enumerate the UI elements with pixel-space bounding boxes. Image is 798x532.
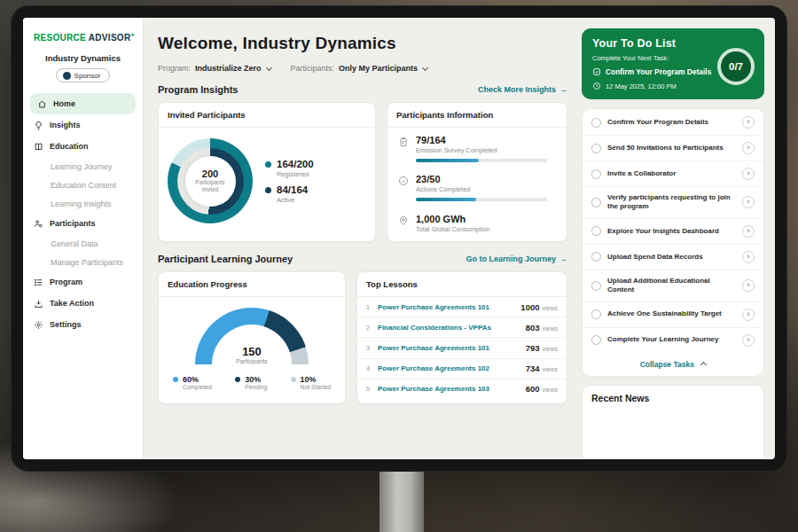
lesson-link[interactable]: Power Purchase Agreements 102 <box>378 364 526 372</box>
chevron-right-icon[interactable]: › <box>742 116 755 129</box>
todo-summary-card: Your To Do List Complete Your Next Task:… <box>582 28 764 99</box>
program-insights-header: Program Insights Check More Insights → <box>158 84 567 95</box>
task-checkbox[interactable] <box>591 118 601 128</box>
invited-donut-outer: 200 Participants Invited <box>168 138 253 223</box>
sidebar-item-label: Manage Participants <box>51 258 123 267</box>
sidebar-item-take-action[interactable]: Take Action <box>23 293 143 314</box>
top-lessons-card: Top Lessons 1 Power Purchase Agreements … <box>356 271 567 404</box>
chevron-right-icon[interactable]: › <box>742 251 755 263</box>
task-checkbox[interactable] <box>591 226 601 236</box>
task-checkbox[interactable] <box>591 309 601 319</box>
task-checkbox[interactable] <box>591 169 601 179</box>
sidebar-item-education-content[interactable]: Education Content <box>23 176 143 194</box>
task-row-complete-learning-journey[interactable]: Complete Your Learning Journey › <box>583 328 763 353</box>
participants-dropdown[interactable]: Participants: Only My Participants <box>291 64 428 73</box>
sidebar-item-participants[interactable]: Participants <box>23 213 143 234</box>
chevron-right-icon[interactable]: › <box>742 168 755 180</box>
legend-dot <box>265 161 271 168</box>
sidebar-item-learning-insights[interactable]: Learning Insights <box>23 194 143 213</box>
chevron-right-icon[interactable]: › <box>742 309 755 321</box>
program-dropdown[interactable]: Program: Industrialize Zero <box>158 64 271 73</box>
background-photo: RESOURCE ADVISOR+ Industry Dynamics Spon… <box>0 0 798 532</box>
sidebar-item-label: Learning Insights <box>51 200 112 208</box>
sidebar-item-education[interactable]: Education <box>23 136 143 157</box>
sidebar-item-home[interactable]: Home <box>30 93 136 114</box>
chevron-down-icon <box>422 64 428 70</box>
tasks-list: Confirm Your Program Details › Send 50 I… <box>582 108 764 377</box>
todo-title: Your To Do List <box>592 37 754 50</box>
org-name: Industry Dynamics <box>23 53 143 63</box>
task-row-upload-educational-content[interactable]: Upload Additional Educational Content › <box>583 270 763 302</box>
task-row-confirm-program[interactable]: Confirm Your Program Details › <box>583 110 763 136</box>
sidebar-item-program[interactable]: Program <box>23 271 143 293</box>
task-checkbox[interactable] <box>591 144 601 153</box>
legend-active: 84/164 Active <box>265 184 314 204</box>
education-legend: 60% Completed 30% Pending <box>159 364 345 390</box>
invited-participants-card: Invited Participants 200 Participants In… <box>158 102 376 242</box>
task-row-invite-collaborator[interactable]: Invite a Collaborator › <box>583 161 763 187</box>
lesson-link[interactable]: Financial Considerations - VPPAs <box>378 324 526 332</box>
book-icon <box>34 142 43 152</box>
sidebar-item-insights[interactable]: Insights <box>23 114 143 136</box>
progress-bar <box>416 159 547 162</box>
collapse-tasks-link[interactable]: Collapse Tasks <box>583 353 763 374</box>
legend-not-started: 10% Not Started <box>291 375 331 390</box>
section-title: Program Insights <box>158 84 238 95</box>
clipboard-icon <box>398 137 409 147</box>
invited-legend: 164/200 Registered 84/164 Active <box>265 153 314 210</box>
sidebar-item-label: General Data <box>51 239 98 248</box>
check-circle-icon <box>398 176 409 186</box>
sidebar-item-label: Settings <box>50 320 82 329</box>
chevron-right-icon[interactable]: › <box>742 279 755 292</box>
check-more-insights-link[interactable]: Check More Insights → <box>478 85 567 94</box>
lesson-row: 3 Power Purchase Agreements 101 793views <box>357 338 567 358</box>
sponsor-icon <box>63 72 71 80</box>
progress-bar <box>416 198 547 201</box>
lesson-link[interactable]: Power Purchase Agreements 101 <box>378 344 526 352</box>
chevron-right-icon[interactable]: › <box>742 142 755 154</box>
lesson-row: 2 Financial Considerations - VPPAs 803vi… <box>357 317 567 338</box>
lesson-link[interactable]: Power Purchase Agreements 101 <box>378 303 520 311</box>
arrow-right-icon: → <box>559 254 567 263</box>
card-title: Education Progress <box>159 272 345 297</box>
task-checkbox[interactable] <box>591 281 601 291</box>
task-row-verify-participants[interactable]: Verify participants requesting to join t… <box>583 187 763 219</box>
chevron-right-icon[interactable]: › <box>742 334 755 347</box>
stat-actions-completed: 23/50 Actions Completed <box>387 168 567 207</box>
stat-emission-survey: 79/164 Emission Survey Completed <box>387 128 567 168</box>
gear-icon <box>34 320 43 330</box>
logo-secondary: ADVISOR <box>89 33 131 43</box>
list-icon <box>34 278 43 287</box>
home-icon <box>37 99 47 109</box>
task-row-upload-spend-data[interactable]: Upload Spend Data Records › <box>583 245 763 270</box>
legend-registered: 164/200 Registered <box>265 159 314 178</box>
education-progress-card: Education Progress 150 Participants <box>158 271 346 404</box>
sidebar-item-label: Home <box>53 99 75 108</box>
sidebar-item-manage-participants[interactable]: Manage Participants <box>23 253 143 271</box>
sidebar-item-label: Participants <box>50 219 96 228</box>
program-value: Industrialize Zero <box>195 64 262 73</box>
invited-total-label: Participants Invited <box>190 179 231 193</box>
sidebar-item-label: Take Action <box>50 299 94 308</box>
task-checkbox[interactable] <box>591 335 601 345</box>
chevron-right-icon[interactable]: › <box>742 196 755 208</box>
sidebar-item-label: Program <box>50 278 82 286</box>
sponsor-badge: Sponsor <box>56 68 111 82</box>
download-arrow-icon <box>34 299 43 309</box>
task-row-send-invitations[interactable]: Send 50 Invitations to Participants › <box>583 136 763 161</box>
sidebar-item-general-data[interactable]: General Data <box>23 234 143 253</box>
legend-dot <box>265 187 271 193</box>
todo-next-task[interactable]: Confirm Your Program Details <box>592 67 716 76</box>
sidebar-item-label: Insights <box>50 121 81 129</box>
monitor-bezel: RESOURCE ADVISOR+ Industry Dynamics Spon… <box>11 5 787 472</box>
go-to-learning-journey-link[interactable]: Go to Learning Journey → <box>466 254 567 263</box>
logo-primary: RESOURCE <box>34 33 86 43</box>
task-row-explore-insights[interactable]: Explore Your Insights Dashboard › <box>583 219 763 245</box>
chevron-right-icon[interactable]: › <box>742 225 755 238</box>
lesson-link[interactable]: Power Purchase Agreements 103 <box>378 385 526 393</box>
task-checkbox[interactable] <box>591 252 601 262</box>
task-checkbox[interactable] <box>591 198 601 207</box>
sidebar-item-settings[interactable]: Settings <box>23 314 143 335</box>
task-row-achieve-target[interactable]: Achieve One Sustainability Target › <box>583 302 763 328</box>
sidebar-item-learning-journey[interactable]: Learning Journey <box>23 157 143 176</box>
